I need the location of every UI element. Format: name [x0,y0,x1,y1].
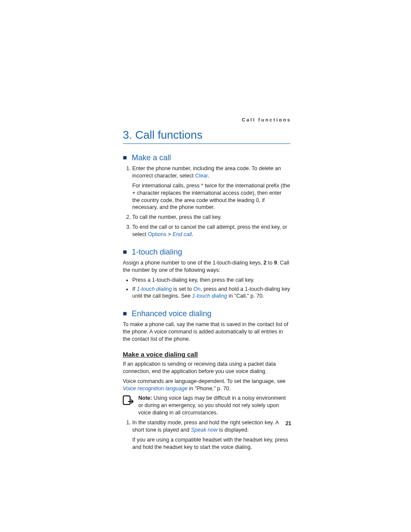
text: is set to [172,286,193,292]
text: in "Call," p. 70. [227,293,264,299]
text: . [192,231,193,237]
chapter-rule [123,143,290,144]
text: . [208,173,209,179]
note-text: Note: Using voice tags may be difficult … [138,395,290,417]
key-9: 9 [274,260,277,266]
bullet-1: Press a 1-touch-dialing key, then press … [132,277,290,284]
section-make-a-call: ■ Make a call [123,153,290,162]
key-2: 2 [264,260,267,266]
note-label: Note: [138,395,152,401]
section-title: Make a call [132,153,171,162]
step-1-detail: If you are using a compatible headset wi… [132,436,290,451]
bullet-2: If 1-touch dialing is set to On, press a… [132,286,290,300]
svg-rect-0 [123,396,130,404]
note-icon [123,395,135,407]
running-head: Call functions [242,117,291,122]
voice-dial-intro: To make a phone call, say the name that … [123,321,290,343]
text: Voice commands are language-dependent. T… [123,378,286,384]
step-1: Enter the phone number, including the ar… [132,165,290,211]
end-call-menu-item: End call [172,231,191,237]
text: Using voice tags may be difficult in a n… [138,395,286,416]
speak-now-prompt: Speak now [191,427,218,433]
voice-dial-p2: Voice commands are language-dependent. T… [123,378,290,392]
step-1-detail: For international calls, press * twice f… [132,182,290,212]
text: is displayed. [218,427,249,433]
separator: > [166,231,172,237]
section-title: Enhanced voice dialing [132,309,212,318]
note-block: Note: Using voice tags may be difficult … [123,395,290,417]
section-one-touch-dialing: ■ 1-touch dialing [123,248,290,257]
on-value: On [193,286,201,292]
voice-dial-steps: In the standby mode, press and hold the … [123,419,290,451]
square-bullet-icon: ■ [123,248,127,255]
voice-dial-p1: If an application is sending or receivin… [123,361,290,375]
one-touch-dialing-setting: 1-touch dialing [137,286,171,292]
text: in "Phone," p. 70. [187,386,230,392]
one-touch-dialing-xref: 1-touch dialing [192,293,227,299]
step-2: To call the number, press the call key. [132,214,290,221]
section-title: 1-touch dialing [132,248,182,256]
one-touch-intro: Assign a phone number to one of the 1-to… [123,259,290,274]
step-3: To end the call or to cancel the call at… [132,224,290,238]
chapter-title: 3. Call functions [123,128,290,142]
text: Assign a phone number to one of the 1-to… [123,260,264,266]
square-bullet-icon: ■ [123,154,127,161]
text: If [132,286,137,292]
options-softkey: Options [148,231,166,237]
step-1: In the standby mode, press and hold the … [132,419,290,451]
manual-page: Call functions 3. Call functions ■ Make … [0,0,411,532]
subsection-make-voice-dialing-call: Make a voice dialing call [123,351,290,358]
make-call-steps: Enter the phone number, including the ar… [123,165,290,238]
voice-recognition-language-xref: Voice recognition language [123,386,187,392]
section-enhanced-voice-dialing: ■ Enhanced voice dialing [123,309,290,318]
square-bullet-icon: ■ [123,310,127,317]
page-number: 21 [286,420,291,426]
one-touch-bullets: Press a 1-touch-dialing key, then press … [123,277,290,300]
clear-softkey: Clear [195,173,208,179]
text: to [267,260,274,266]
